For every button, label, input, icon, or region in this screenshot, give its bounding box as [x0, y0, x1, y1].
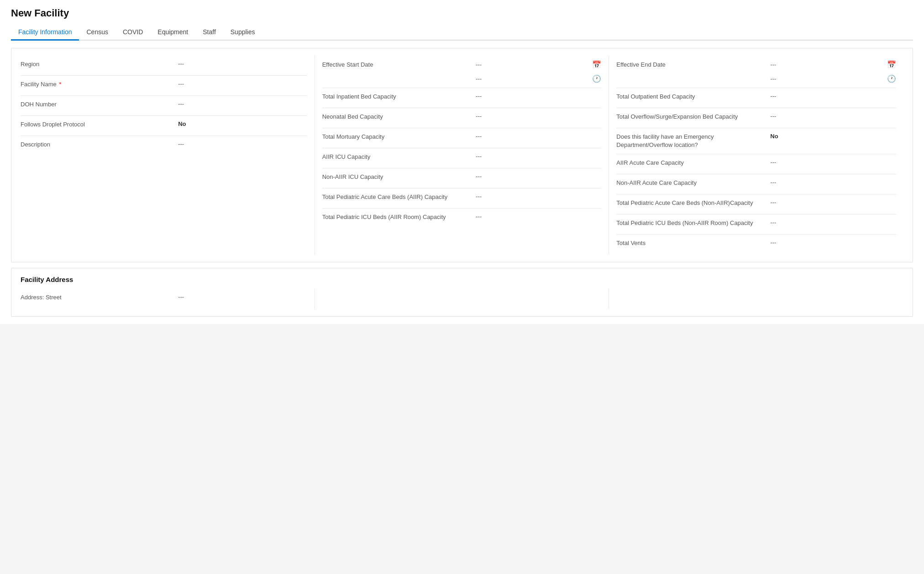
emergency-dept-label: Does this facility have an Emergency Dep… — [616, 133, 770, 149]
non-aiir-acute-value[interactable]: --- — [770, 179, 896, 186]
street-label: Address: Street — [21, 293, 178, 302]
field-row-aiir-icu: AIIR ICU Capacity --- — [322, 148, 602, 168]
required-indicator: * — [59, 81, 61, 88]
start-date-label: Effective Start Date — [322, 61, 476, 68]
effective-start-date-group: Effective Start Date --- 📅 --- 🕐 — [322, 56, 602, 88]
start-time-value-row: --- 🕐 — [476, 74, 601, 83]
aiir-acute-label: AIIR Acute Care Capacity — [616, 159, 770, 167]
tab-staff[interactable]: Staff — [195, 25, 223, 41]
peds-icu-non-aiir-label: Total Pediatric ICU Beds (Non-AIIR Room)… — [616, 219, 770, 227]
tab-covid[interactable]: COVID — [116, 25, 150, 41]
tab-bar: Facility Information Census COVID Equipm… — [11, 25, 913, 41]
aiir-acute-value[interactable]: --- — [770, 159, 896, 166]
tab-equipment[interactable]: Equipment — [150, 25, 195, 41]
peds-icu-aiir-label: Total Pediatric ICU Beds (AIIR Room) Cap… — [322, 213, 476, 221]
neonatal-label: Neonatal Bed Capacity — [322, 113, 476, 121]
mortuary-value[interactable]: --- — [476, 133, 601, 140]
description-value[interactable]: --- — [178, 141, 307, 147]
end-time-value[interactable]: --- — [770, 75, 776, 82]
middle-column: Effective Start Date --- 📅 --- 🕐 — [315, 56, 609, 255]
end-time-row: --- 🕐 — [616, 72, 896, 88]
outpatient-bed-label: Total Outpatient Bed Capacity — [616, 93, 770, 101]
field-row-non-aiir-icu: Non-AIIR ICU Capacity --- — [322, 168, 602, 188]
non-aiir-acute-label: Non-AIIR Acute Care Capacity — [616, 179, 770, 187]
tab-census[interactable]: Census — [79, 25, 115, 41]
description-label: Description — [21, 141, 178, 149]
field-row-outpatient-bed: Total Outpatient Bed Capacity --- — [616, 88, 896, 108]
facility-address-card: Facility Address Address: Street --- — [11, 268, 913, 317]
inpatient-bed-value[interactable]: --- — [476, 93, 601, 99]
peds-icu-aiir-value[interactable]: --- — [476, 213, 601, 220]
field-row-peds-acute-aiir: Total Pediatric Acute Care Beds (AIIR) C… — [322, 188, 602, 209]
tab-supplies[interactable]: Supplies — [223, 25, 262, 41]
address-left-column: Address: Street --- — [21, 289, 315, 309]
field-row-peds-icu-aiir: Total Pediatric ICU Beds (AIIR Room) Cap… — [322, 209, 602, 229]
end-date-value-row: --- 📅 — [770, 60, 896, 69]
peds-acute-non-aiir-label: Total Pediatric Acute Care Beds (Non-AII… — [616, 199, 770, 207]
start-time-clock-icon[interactable]: 🕐 — [592, 74, 601, 83]
end-time-clock-icon[interactable]: 🕐 — [887, 74, 896, 83]
aiir-icu-value[interactable]: --- — [476, 153, 601, 160]
field-row-description: Description --- — [21, 136, 307, 156]
peds-acute-non-aiir-value[interactable]: --- — [770, 199, 896, 206]
facility-name-label: Facility Name * — [21, 80, 178, 89]
effective-end-date-group: Effective End Date --- 📅 --- 🕐 — [616, 56, 896, 88]
end-time-value-row: --- 🕐 — [770, 74, 896, 83]
left-column: Region --- Facility Name * --- DOH Numbe… — [21, 56, 315, 255]
peds-acute-aiir-label: Total Pediatric Acute Care Beds (AIIR) C… — [322, 193, 476, 201]
facility-info-card: Region --- Facility Name * --- DOH Numbe… — [11, 48, 913, 262]
field-row-overflow-surge: Total Overflow/Surge/Expansion Bed Capac… — [616, 108, 896, 128]
start-time-value[interactable]: --- — [476, 75, 482, 82]
neonatal-value[interactable]: --- — [476, 113, 601, 120]
field-row-facility-name: Facility Name * --- — [21, 76, 307, 96]
droplet-label: Follows Droplet Protocol — [21, 120, 178, 129]
field-row-street: Address: Street --- — [21, 289, 307, 309]
end-date-calendar-icon[interactable]: 📅 — [887, 60, 896, 69]
street-value[interactable]: --- — [178, 293, 307, 300]
page-container: New Facility Facility Information Census… — [0, 0, 924, 324]
total-vents-label: Total Vents — [616, 239, 770, 247]
region-label: Region — [21, 60, 178, 68]
address-middle-column — [315, 289, 609, 309]
field-row-neonatal: Neonatal Bed Capacity --- — [322, 108, 602, 128]
outpatient-bed-value[interactable]: --- — [770, 93, 896, 99]
droplet-value[interactable]: No — [178, 120, 307, 127]
tab-facility-information[interactable]: Facility Information — [11, 25, 79, 41]
mortuary-label: Total Mortuary Capacity — [322, 133, 476, 141]
inpatient-bed-label: Total Inpatient Bed Capacity — [322, 93, 476, 101]
start-date-value1[interactable]: --- — [476, 61, 482, 68]
right-column: Effective End Date --- 📅 --- 🕐 — [609, 56, 903, 255]
peds-icu-non-aiir-value[interactable]: --- — [770, 219, 896, 226]
address-fields-grid: Address: Street --- — [21, 289, 903, 309]
field-row-inpatient-bed: Total Inpatient Bed Capacity --- — [322, 88, 602, 108]
doh-value[interactable]: --- — [178, 100, 307, 107]
field-row-aiir-acute: AIIR Acute Care Capacity --- — [616, 154, 896, 174]
field-row-non-aiir-acute: Non-AIIR Acute Care Capacity --- — [616, 174, 896, 194]
non-aiir-icu-label: Non-AIIR ICU Capacity — [322, 173, 476, 181]
region-value[interactable]: --- — [178, 60, 307, 67]
peds-acute-aiir-value[interactable]: --- — [476, 193, 601, 200]
end-date-value1[interactable]: --- — [770, 61, 776, 68]
aiir-icu-label: AIIR ICU Capacity — [322, 153, 476, 161]
field-row-doh: DOH Number --- — [21, 96, 307, 116]
doh-label: DOH Number — [21, 100, 178, 109]
field-row-region: Region --- — [21, 56, 307, 76]
field-row-total-vents: Total Vents --- — [616, 235, 896, 255]
fields-grid: Region --- Facility Name * --- DOH Numbe… — [21, 56, 903, 255]
field-row-droplet: Follows Droplet Protocol No — [21, 116, 307, 136]
overflow-surge-value[interactable]: --- — [770, 113, 896, 120]
field-row-peds-icu-non-aiir: Total Pediatric ICU Beds (Non-AIIR Room)… — [616, 214, 896, 235]
address-right-column — [609, 289, 903, 309]
facility-name-value[interactable]: --- — [178, 80, 307, 87]
start-date-label-row: Effective Start Date --- 📅 — [322, 56, 602, 72]
start-date-calendar-icon[interactable]: 📅 — [592, 60, 601, 69]
end-date-label: Effective End Date — [616, 61, 770, 68]
emergency-dept-value[interactable]: No — [770, 133, 896, 140]
field-row-mortuary: Total Mortuary Capacity --- — [322, 128, 602, 148]
field-row-peds-acute-non-aiir: Total Pediatric Acute Care Beds (Non-AII… — [616, 194, 896, 214]
page-title: New Facility — [11, 7, 913, 19]
end-date-label-row: Effective End Date --- 📅 — [616, 56, 896, 72]
total-vents-value[interactable]: --- — [770, 239, 896, 246]
non-aiir-icu-value[interactable]: --- — [476, 173, 601, 180]
overflow-surge-label: Total Overflow/Surge/Expansion Bed Capac… — [616, 113, 770, 121]
